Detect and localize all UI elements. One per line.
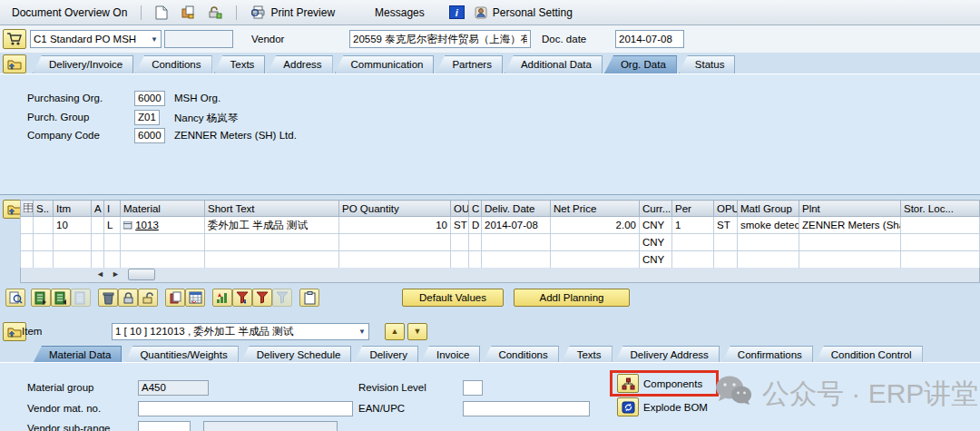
doc-date-input[interactable] (615, 30, 684, 48)
matl-group-cell[interactable] (738, 251, 799, 269)
filter-icon[interactable] (252, 289, 272, 307)
duplicate-icon[interactable] (165, 289, 185, 307)
i-cell[interactable]: L (104, 217, 121, 234)
copy-document-icon[interactable] (178, 4, 198, 22)
deliv-date-cell[interactable]: 2014-07-08 (482, 217, 551, 234)
scroll-left-icon[interactable]: ◄ (93, 269, 107, 280)
tab-status[interactable]: Status (679, 55, 736, 73)
opu-cell[interactable]: ST (714, 217, 738, 234)
column-header-stor-loc[interactable]: Stor. Loc... (901, 201, 980, 217)
per-cell[interactable] (672, 234, 714, 251)
material-group-input[interactable]: A450 (138, 380, 209, 396)
lock-item-icon[interactable] (118, 289, 138, 307)
deliv-date-cell[interactable] (482, 234, 551, 251)
short-text-cell[interactable] (205, 234, 339, 251)
sort-ascending-icon[interactable] (212, 289, 232, 307)
column-header-material[interactable]: Material (121, 201, 205, 217)
horizontal-scrollbar[interactable]: ◄ ► (20, 268, 980, 283)
default-values-button[interactable]: Default Values (402, 289, 504, 307)
matl-group-cell[interactable] (738, 234, 799, 251)
sort-descending-icon[interactable] (232, 289, 252, 307)
cart-icon[interactable] (3, 29, 26, 49)
tab-additional-data[interactable]: Additional Data (505, 55, 603, 73)
item-select[interactable]: 1 [ 10 ] 121013 , 委外加工 半成品 测试 ▼ (112, 323, 369, 340)
itm-cell[interactable] (54, 234, 92, 251)
column-header-matl-group[interactable]: Matl Group (738, 201, 799, 217)
column-header-po-quantity[interactable]: PO Quantity (339, 201, 451, 217)
po-number-input[interactable] (164, 30, 233, 48)
a-cell[interactable] (92, 251, 104, 269)
purch-group-input[interactable]: Z01 (134, 110, 160, 125)
company-code-input[interactable]: 6000 (134, 128, 165, 143)
a-cell[interactable] (92, 217, 104, 234)
po-quantity-cell[interactable] (339, 234, 451, 251)
net-price-cell[interactable] (551, 234, 640, 251)
short-text-cell[interactable] (205, 251, 339, 269)
revision-level-input[interactable] (463, 380, 483, 396)
copy-item-icon[interactable] (31, 289, 51, 307)
column-header-i[interactable]: I (104, 201, 121, 217)
itm-cell[interactable] (54, 251, 92, 269)
scrollbar-thumb[interactable] (128, 269, 155, 280)
a-cell[interactable] (92, 234, 104, 251)
short-text-cell[interactable]: 委外加工 半成品 测试 (205, 217, 339, 234)
column-header-deliv-date[interactable]: Deliv. Date (482, 201, 551, 217)
i-cell[interactable] (104, 251, 121, 269)
purchasing-org-input[interactable]: 6000 (134, 91, 165, 106)
per-cell[interactable] (672, 251, 714, 269)
info-icon[interactable]: i (449, 5, 465, 19)
column-header-oun[interactable]: OUn (451, 201, 469, 217)
unlock-item-icon[interactable] (138, 289, 158, 307)
tab-invoice[interactable]: Invoice (420, 346, 480, 364)
explode-bom-button[interactable]: Explode BOM (617, 397, 708, 416)
net-price-cell[interactable]: 2.00 (551, 217, 640, 234)
scroll-right-icon[interactable]: ► (109, 269, 122, 280)
i-cell[interactable] (104, 234, 121, 251)
clipboard-icon[interactable] (299, 289, 319, 307)
matl-group-cell[interactable]: smoke detect... (738, 217, 799, 234)
vendor-mat-no-input[interactable] (138, 401, 353, 416)
po-quantity-cell[interactable] (339, 251, 451, 269)
tab-delivery[interactable]: Delivery (353, 346, 418, 364)
column-header-plnt[interactable]: Plnt (799, 201, 901, 217)
ean-upc-input[interactable] (463, 401, 590, 416)
tab-delivery-schedule[interactable]: Delivery Schedule (240, 346, 352, 364)
stor-loc-cell[interactable] (901, 234, 980, 251)
column-header-short-text[interactable]: Short Text (205, 201, 339, 217)
c-cell[interactable] (469, 251, 482, 269)
stor-loc-cell[interactable] (901, 217, 980, 234)
tab-confirmations[interactable]: Confirmations (721, 346, 813, 364)
tab-partners[interactable]: Partners (436, 55, 502, 73)
per-cell[interactable]: 1 (672, 217, 714, 234)
search-icon[interactable] (5, 289, 25, 307)
tab-item-texts[interactable]: Texts (561, 346, 612, 364)
stor-loc-cell[interactable] (901, 251, 980, 269)
plnt-cell[interactable] (799, 251, 901, 269)
tab-texts[interactable]: Texts (214, 55, 266, 73)
tab-quantities-weights[interactable]: Quantities/Weights (123, 346, 238, 364)
po-type-select[interactable]: C1 Standard PO MSH ▼ (30, 30, 162, 48)
column-header-itm[interactable]: Itm (54, 201, 92, 217)
plnt-cell[interactable]: ZENNER Meters (Sha... (799, 217, 901, 234)
personal-setting-button[interactable]: Personal Setting (472, 4, 575, 22)
row-selector-cell[interactable] (21, 251, 34, 269)
material-link[interactable]: 1013 (135, 220, 159, 230)
print-preview-button[interactable]: Print Preview (248, 4, 338, 21)
opu-cell[interactable] (714, 251, 738, 269)
column-header-opu[interactable]: OPU (714, 201, 738, 217)
column-header-a[interactable]: A (92, 201, 104, 217)
tab-org-data[interactable]: Org. Data (604, 55, 677, 73)
column-header-s[interactable]: S.. (34, 201, 54, 217)
material-cell[interactable]: 1013 (121, 217, 205, 234)
document-overview-toggle[interactable]: Document Overview On (9, 5, 130, 21)
previous-item-button[interactable]: ▲ (385, 323, 405, 340)
oun-cell[interactable]: ST (451, 217, 469, 234)
vendor-input[interactable] (349, 30, 531, 48)
itm-cell[interactable]: 10 (54, 217, 92, 234)
oun-cell[interactable] (451, 251, 469, 269)
tab-item-conditions[interactable]: Conditions (482, 346, 558, 364)
material-cell[interactable] (121, 234, 205, 251)
column-header-curr[interactable]: Curr... (640, 201, 672, 217)
material-cell[interactable] (121, 251, 205, 269)
status-cell[interactable] (34, 251, 54, 269)
